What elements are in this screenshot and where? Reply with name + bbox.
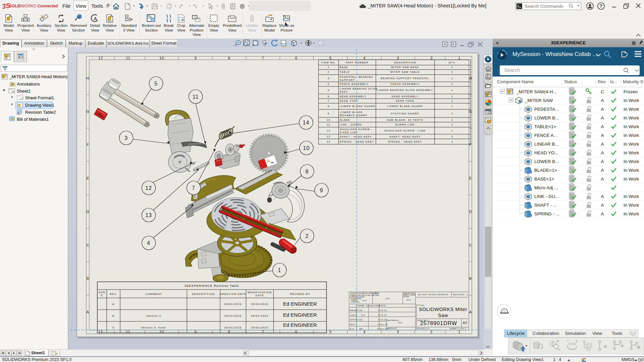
svg-text:1: 1 [18, 112, 19, 115]
svg-text:BLADE: BLADE [340, 118, 350, 121]
svg-text:25/01/2023: 25/01/2023 [224, 326, 242, 329]
svg-text:6-Nov-22: 6-Nov-22 [377, 328, 388, 330]
svg-text:C: C [112, 326, 115, 329]
svg-text:N/A: N/A [363, 300, 367, 302]
svg-text:SAW BLADE- 40 TEETH: SAW BLADE- 40 TEETH [387, 118, 424, 121]
svg-text:G: G [86, 109, 90, 113]
svg-text:ED: ED [359, 328, 363, 330]
svg-text:E: E [469, 176, 472, 180]
svg-text:3: 3 [125, 135, 128, 141]
svg-text:Drawing View1: Drawing View1 [25, 103, 54, 108]
svg-text:6: 6 [295, 56, 297, 60]
svg-text:A: A [601, 115, 604, 120]
svg-text:11: 11 [126, 330, 130, 334]
svg-text:N/A: N/A [386, 298, 390, 300]
svg-text:HEAD ASSEMBLY: HEAD ASSEMBLY [392, 95, 418, 98]
svg-text:MOVABLE GUARD: MOVABLE GUARD [340, 114, 367, 117]
svg-text:FINISH:: FINISH: [374, 293, 380, 294]
svg-text:10: 10 [327, 118, 330, 121]
svg-text:Sheet Format1: Sheet Format1 [25, 95, 54, 100]
svg-text:11: 11 [193, 94, 199, 100]
svg-text:B: B [469, 276, 472, 280]
svg-text:Q.A: Q.A [350, 328, 354, 330]
svg-text:Frozen: Frozen [624, 89, 638, 94]
svg-text:6: 6 [295, 330, 297, 334]
svg-text:TABLE<1>: TABLE<1> [534, 124, 556, 129]
svg-text:BASE<1>: BASE<1> [534, 176, 554, 182]
svg-text:A: A [601, 124, 604, 129]
svg-text:6-10-22: 6-10-22 [378, 309, 387, 311]
svg-text:ED: ED [359, 309, 363, 311]
svg-text:CREATION DATE: CREATION DATE [219, 293, 246, 296]
svg-text:6: 6 [328, 95, 330, 98]
svg-text:LINEAR BEARING SLIDE: LINEAR BEARING SLIDE [340, 87, 378, 90]
svg-text:PIVOTING GUARD: PIVOTING GUARD [391, 112, 419, 115]
svg-text:SHOULDER SCREW - LINK: SHOULDER SCREW - LINK [384, 129, 426, 132]
svg-text:SUPPORT: SUPPORT [340, 79, 355, 82]
svg-text:ED: ED [359, 319, 363, 321]
svg-text:C: C [466, 294, 468, 296]
svg-text:A: A [112, 303, 115, 306]
svg-text:NAME: NAME [358, 305, 365, 307]
svg-text:LOWER B...: LOWER B... [534, 159, 559, 164]
svg-text:1: 1 [451, 77, 453, 80]
svg-text:C: C [87, 243, 90, 247]
svg-text:A: A [601, 159, 604, 164]
svg-text:TITLE:: TITLE: [417, 304, 425, 306]
svg-text:1: 1 [451, 140, 453, 143]
svg-text:BEARING SUPPORT PEDESTAL: BEARING SUPPORT PEDESTAL [381, 77, 429, 80]
svg-text:A: A [601, 211, 604, 216]
svg-text:4: 4 [328, 83, 330, 86]
svg-text:10: 10 [303, 145, 310, 151]
svg-text:1: 1 [451, 95, 453, 98]
svg-text:REVISED BY: REVISED BY [290, 293, 310, 296]
svg-text:DATE: DATE [380, 305, 386, 307]
svg-text:A: A [601, 203, 604, 208]
svg-text:In Work: In Work [624, 115, 639, 120]
svg-text:2: 2 [328, 70, 330, 73]
svg-text:_MITER SAW(4-H...: _MITER SAW(4-H... [516, 89, 557, 94]
svg-text:14: 14 [303, 120, 309, 125]
svg-text:N/A: N/A [398, 322, 402, 324]
svg-text:REV.: REV. [110, 293, 117, 296]
svg-text:10: 10 [159, 330, 164, 334]
svg-text:LINEAR B...: LINEAR B... [534, 142, 559, 147]
svg-text:4: 4 [147, 240, 150, 246]
svg-text:1: 1 [458, 56, 460, 60]
svg-text:11: 11 [126, 56, 130, 60]
svg-text:8: 8 [228, 330, 230, 334]
svg-text:A: A [601, 194, 604, 199]
svg-text:25/01/2023: 25/01/2023 [251, 326, 268, 329]
svg-text:1: 1 [451, 129, 453, 132]
svg-text:1: 1 [451, 83, 453, 86]
svg-text:Saw: Saw [438, 313, 448, 318]
svg-text:Ed ENGINEER: Ed ENGINEER [283, 312, 317, 318]
svg-text:7: 7 [262, 56, 264, 60]
svg-text:ITEM NO.: ITEM NO. [321, 61, 336, 64]
svg-text:6-Nov-22: 6-Nov-22 [377, 323, 388, 325]
svg-text:HEAD YOKE: HEAD YOKE [396, 99, 414, 102]
svg-text:COMMENT: COMMENT [145, 293, 162, 296]
svg-text:MATERIAL:: MATERIAL: [387, 319, 400, 321]
svg-text:FENCE ASSEMBLY: FENCE ASSEMBLY [340, 83, 368, 86]
svg-text:1: 1 [328, 66, 330, 69]
svg-text:SHAFT- HEAD ASSY: SHAFT- HEAD ASSY [390, 135, 421, 138]
svg-text:_MITER SAW: _MITER SAW [525, 98, 553, 103]
svg-text:25/01/2023: 25/01/2023 [224, 314, 242, 317]
svg-text:A: A [87, 310, 89, 314]
svg-text:9: 9 [194, 330, 197, 334]
svg-text:FENCE A...: FENCE A... [534, 133, 557, 138]
svg-text:ZON: ZON [99, 291, 106, 294]
svg-text:8: 8 [305, 169, 309, 174]
svg-text:25/01/2023: 25/01/2023 [224, 303, 242, 306]
svg-text:A: A [601, 150, 604, 155]
svg-text:_MITER SAW(4-Head Motion): _MITER SAW(4-Head Motion) [9, 74, 67, 79]
svg-text:LOWER BLADE GUARD: LOWER BLADE GUARD [387, 105, 423, 108]
svg-text:In Work: In Work [624, 142, 639, 147]
svg-text:DRAWN: DRAWN [350, 309, 358, 311]
svg-text:BASE: BASE [340, 66, 348, 69]
svg-text:11: 11 [327, 123, 330, 126]
svg-text:APPV'D: APPV'D [350, 319, 358, 321]
svg-text:FIXED LINK: FIXED LINK [340, 131, 358, 134]
svg-text:12: 12 [98, 330, 103, 334]
